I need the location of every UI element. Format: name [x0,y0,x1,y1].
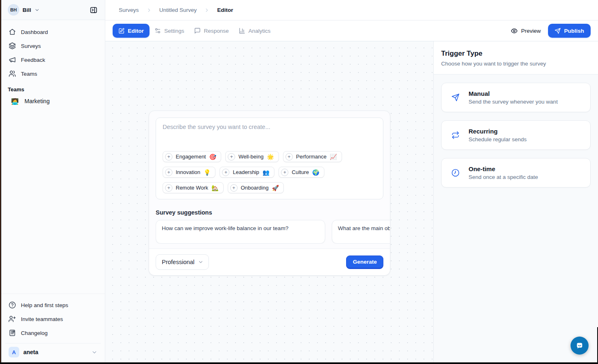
trigger-options: Manual Send the survey whenever you want… [434,75,598,204]
message-square-icon [194,27,201,34]
option-description: Schedule regular sends [469,136,527,142]
sidebar-item-teams[interactable]: Teams [5,67,101,81]
sidebar-item-marketing[interactable]: 🧑‍💻 Marketing [5,95,101,107]
breadcrumb-survey-name[interactable]: Untitled Survey [159,7,197,13]
editor-canvas: + Engagement 🎯 + Well-being 🌟 + [105,41,433,364]
sidebar-item-label: Dashboard [21,29,48,35]
chevron-down-icon[interactable] [34,7,40,13]
rocket-emoji-icon: 🚀 [272,185,279,191]
option-title: Manual [469,90,558,97]
chip-well-being[interactable]: + Well-being 🌟 [225,151,279,162]
tab-label: Analytics [249,28,271,34]
generate-button[interactable]: Generate [346,255,383,269]
suggestions-title: Survey suggestions [156,209,383,216]
help-circle-icon [9,301,16,309]
sidebar-item-feedback[interactable]: Feedback [5,53,101,67]
chevron-down-icon [198,259,204,265]
trigger-panel-header: Trigger Type Choose how you want to trig… [434,41,598,75]
breadcrumb: Surveys Untitled Survey Editor [105,0,598,20]
tab-response[interactable]: Response [189,24,234,38]
layers-icon [9,42,16,50]
newspaper-icon [9,329,16,337]
tab-settings[interactable]: Settings [150,24,189,38]
panel-title: Trigger Type [441,50,591,58]
chip-leadership[interactable]: + Leadership 👥 [220,167,274,178]
chat-launcher-button[interactable] [571,337,589,355]
chip-innovation[interactable]: + Innovation 💡 [163,167,215,178]
suggestions-row: How can we improve work-life balance in … [156,220,390,244]
trigger-panel: Trigger Type Choose how you want to trig… [433,41,598,364]
tab-editor[interactable]: Editor [113,24,150,38]
sidebar-item-dashboard[interactable]: Dashboard [5,25,101,39]
sidebar-footer: Help and first steps Invite teammates Ch… [1,294,105,364]
tab-analytics[interactable]: Analytics [234,24,276,38]
survey-description-input[interactable] [163,124,376,151]
trigger-option-recurring[interactable]: Recurring Schedule regular sends [441,120,591,150]
chip-remote-work[interactable]: + Remote Work 🏡 [163,182,224,193]
sidebar-collapse-button[interactable] [87,3,100,16]
panel-toggle-icon [90,6,97,14]
plus-icon: + [222,169,229,176]
users-icon [9,70,16,77]
preview-button[interactable]: Preview [511,27,541,34]
sidebar-item-invite[interactable]: Invite teammates [5,312,101,326]
home-icon [9,28,16,36]
chevron-down-icon [91,349,97,355]
option-title: One-time [469,165,538,172]
megaphone-icon [9,56,16,63]
team-label: Marketing [25,98,50,104]
chat-bubble-icon [575,341,584,350]
sidebar-item-help[interactable]: Help and first steps [5,298,101,312]
tone-selected-value: Professional [162,259,195,265]
editor-toolbar: Editor Settings Response Analytics [105,20,598,41]
sidebar: BH Bill Dashboard [0,0,105,364]
app-window: BH Bill Dashboard [0,0,598,364]
chip-engagement[interactable]: + Engagement 🎯 [163,151,221,162]
tab-label: Editor [128,28,144,34]
panel-subtitle: Choose how you want to trigger the surve… [441,61,591,67]
chevron-right-icon [146,7,152,13]
sidebar-item-changelog[interactable]: Changelog [5,326,101,340]
tab-label: Response [204,28,229,34]
prompt-card: + Engagement 🎯 + Well-being 🌟 + [156,118,383,199]
sidebar-item-label: Help and first steps [21,302,68,308]
trigger-option-one-time[interactable]: One-time Send once at a specific date [441,158,591,188]
teams-section-label: Teams [1,81,105,95]
sidebar-item-label: Changelog [21,330,48,336]
sidebar-item-surveys[interactable]: Surveys [5,39,101,53]
sidebar-nav: Dashboard Surveys Feedback Teams [1,20,105,81]
clock-icon [451,169,460,177]
tone-select[interactable]: Professional [156,254,209,270]
user-name: aneta [23,349,39,355]
eye-icon [511,27,518,34]
user-plus-icon [9,315,16,323]
sidebar-item-label: Feedback [21,57,45,63]
chart-emoji-icon: 📈 [330,154,337,160]
globe-emoji-icon: 🌍 [312,170,319,175]
trigger-option-manual[interactable]: Manual Send the survey whenever you want [441,83,591,112]
window-edge-bottom [0,362,598,364]
workspace-name: Bill [23,7,31,13]
plus-icon: + [165,169,172,176]
breadcrumb-surveys[interactable]: Surveys [119,7,139,13]
busts-emoji-icon: 👥 [263,170,270,175]
breadcrumb-current: Editor [217,7,233,13]
suggestion-card[interactable]: What are the main ob [332,220,390,244]
chip-performance[interactable]: + Performance 📈 [283,151,342,162]
option-description: Send the survey whenever you want [469,99,558,105]
plus-icon: + [285,153,293,161]
plus-icon: + [230,184,238,192]
chip-culture[interactable]: + Culture 🌍 [279,167,324,178]
suggestion-card[interactable]: How can we improve work-life balance in … [156,220,325,244]
sidebar-item-label: Invite teammates [21,316,63,322]
chevron-right-icon [204,7,210,13]
tab-label: Settings [164,28,184,34]
option-description: Send once at a specific date [469,174,538,180]
user-menu[interactable]: A aneta [5,343,101,361]
sidebar-item-label: Surveys [21,43,41,49]
main-area: Surveys Untitled Survey Editor Editor [105,0,598,364]
publish-button[interactable]: Publish [548,24,591,38]
chip-onboarding[interactable]: + Onboarding 🚀 [228,182,284,193]
technologist-emoji-icon: 🧑‍💻 [11,98,19,104]
edit-icon [118,28,125,34]
